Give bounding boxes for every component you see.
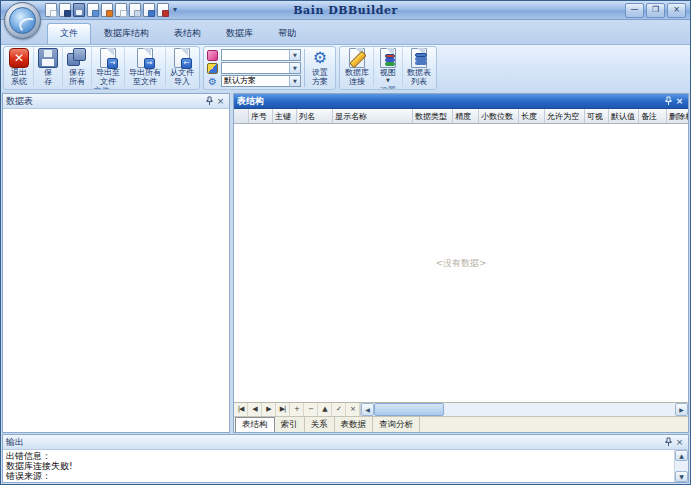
group-caption-settings: 设置 <box>340 86 436 90</box>
navigator-button[interactable]: + <box>290 403 304 416</box>
panel-title: 数据表 <box>6 95 204 108</box>
qat-save-as-icon[interactable] <box>59 3 71 17</box>
qat-edit-doc-icon[interactable] <box>143 3 155 17</box>
ribbon-tab[interactable]: 数据库结构 <box>92 24 161 44</box>
scroll-up-icon[interactable]: ▲ <box>675 450 688 461</box>
output-panel: 输出 × 出错信息：数据库连接失败!错误来源： ▲ ▼ <box>2 434 689 483</box>
close-icon[interactable]: × <box>215 96 226 107</box>
output-panel-header: 输出 × <box>3 435 688 450</box>
maximize-button[interactable]: ❐ <box>646 3 665 18</box>
ribbon-button[interactable]: 保 存 <box>33 47 62 86</box>
ribbon-button[interactable]: 数据表 列表 ▼ <box>402 47 435 86</box>
grid-column-header[interactable]: 主键 <box>273 109 297 123</box>
ribbon-button-icon <box>174 48 190 68</box>
ribbon-tab[interactable]: 文件 <box>47 23 91 44</box>
orb-globe-icon <box>9 7 36 34</box>
mini-paint-icon <box>207 63 218 74</box>
navigator-button[interactable]: × <box>346 403 360 416</box>
ribbon-tab-row: 文件数据库结构表结构数据库帮助 <box>1 20 690 45</box>
ribbon-group-file: 退出 系统 保 存 保存 所有 导出至 文件 <box>3 46 200 90</box>
scroll-down-icon[interactable]: ▼ <box>675 471 688 482</box>
grid-column-header[interactable]: 可视 <box>585 109 609 123</box>
output-messages[interactable]: 出错信息：数据库连接失败!错误来源： <box>3 450 674 482</box>
qat-doc-icon[interactable] <box>129 3 141 17</box>
bottom-tab[interactable]: 表结构 <box>235 417 275 432</box>
grid-column-header[interactable]: 小数位数 <box>479 109 519 123</box>
chevron-down-icon[interactable]: ▼ <box>289 63 300 73</box>
pin-icon[interactable] <box>204 96 215 107</box>
bottom-tab[interactable]: 表数据 <box>335 417 374 432</box>
qat-save-icon[interactable] <box>73 3 85 17</box>
scheme-combobox[interactable]: ▼ <box>221 49 301 61</box>
grid-column-header[interactable]: 默认值 <box>609 109 639 123</box>
vertical-scrollbar[interactable]: ▲ ▼ <box>674 450 688 482</box>
gear-icon <box>310 48 330 68</box>
qat-new-doc-icon[interactable] <box>45 3 57 17</box>
navigator-button[interactable]: ◀ <box>248 403 262 416</box>
qat-open-doc-icon[interactable] <box>87 3 99 17</box>
qat-icon-badge <box>134 10 141 17</box>
navigator-button[interactable]: ▶ <box>262 403 276 416</box>
ribbon-tab[interactable]: 帮助 <box>266 24 308 44</box>
bottom-tab[interactable]: 关系 <box>305 417 335 432</box>
qat-doc-script-icon[interactable] <box>101 3 113 17</box>
ribbon-tab[interactable]: 数据库 <box>214 24 265 44</box>
chevron-down-icon[interactable]: ▼ <box>289 76 300 86</box>
scheme-combobox[interactable]: ▼ <box>221 62 301 74</box>
close-button[interactable]: × <box>667 3 686 18</box>
ribbon-button[interactable]: 从文件 导入 <box>165 47 198 86</box>
qat-icon-badge <box>148 10 155 17</box>
bottom-tab[interactable]: 索引 <box>275 417 305 432</box>
grid-column-header[interactable]: 允许为空 <box>545 109 585 123</box>
minimize-button[interactable]: — <box>625 3 644 18</box>
application-orb-button[interactable] <box>4 2 41 39</box>
grid-column-header[interactable]: 精度 <box>453 109 479 123</box>
grid-column-header[interactable]: 长度 <box>519 109 545 123</box>
close-icon[interactable]: × <box>674 437 685 448</box>
grid-column-header[interactable]: 序号 <box>249 109 273 123</box>
ribbon: 退出 系统 保 存 保存 所有 导出至 文件 <box>1 45 690 91</box>
scheme-combo-stack: ▼ ▼ <box>205 47 303 89</box>
qat-doc-red-icon[interactable] <box>157 3 169 17</box>
ribbon-button[interactable]: 退出 系统 <box>5 47 33 86</box>
data-tables-list[interactable] <box>3 109 229 432</box>
navigator-button[interactable]: ▲ <box>318 403 332 416</box>
ribbon-button[interactable]: 视图 ▼ <box>373 47 402 86</box>
grid-body[interactable]: <没有数据> <box>234 124 688 402</box>
navigator-button[interactable]: − <box>304 403 318 416</box>
qat-overflow-icon[interactable]: ▾ <box>173 6 177 14</box>
ribbon-button-icon <box>38 48 58 68</box>
close-icon[interactable]: × <box>674 96 685 107</box>
title-bar: ▾ Bain DBBuilder — ❐ × <box>1 1 690 20</box>
set-scheme-button[interactable]: 设置 方案 <box>306 47 334 89</box>
ribbon-button[interactable]: 导出所有 至文件 <box>124 47 165 86</box>
scroll-left-icon[interactable]: ◀ <box>361 403 374 416</box>
pin-icon[interactable] <box>663 96 674 107</box>
scroll-right-icon[interactable]: ▶ <box>675 403 688 416</box>
qat-icon-badge <box>92 10 99 17</box>
grid-column-header[interactable]: 显示名称 <box>333 109 413 123</box>
scheme-row: ▼ <box>207 62 301 74</box>
ribbon-button[interactable]: 数据库 连接 ▼ <box>341 47 373 86</box>
app-window: ▾ Bain DBBuilder — ❐ × 文件数据库结构表结构数据库帮助 退… <box>0 0 691 485</box>
pin-icon[interactable] <box>663 437 674 448</box>
chevron-down-icon[interactable]: ▼ <box>289 50 300 60</box>
grid-column-header[interactable]: 删除标识 <box>667 109 688 123</box>
ribbon-button[interactable]: 保存 所有 <box>62 47 91 86</box>
ribbon-button[interactable]: 导出至 文件 <box>91 47 124 86</box>
qat-blank-doc-icon[interactable] <box>115 3 127 17</box>
bottom-tab[interactable]: 查询分析 <box>373 417 420 432</box>
grid-column-header[interactable]: 列名 <box>297 109 333 123</box>
navigator-button[interactable]: ✓ <box>332 403 346 416</box>
scheme-row: 默认方案 ▼ <box>207 75 301 87</box>
grid-column-header[interactable]: 备注 <box>639 109 667 123</box>
qat-icon-badge <box>106 10 113 17</box>
navigator-button[interactable]: |◀ <box>234 403 248 416</box>
quick-access-toolbar <box>45 3 169 17</box>
scheme-combobox[interactable]: 默认方案 ▼ <box>221 75 301 87</box>
ribbon-tab[interactable]: 表结构 <box>162 24 213 44</box>
navigator-button[interactable]: ▶| <box>276 403 290 416</box>
horizontal-scrollbar[interactable]: ◀ ▶ <box>360 403 688 416</box>
grid-column-header[interactable]: 数据类型 <box>413 109 453 123</box>
scrollbar-thumb[interactable] <box>374 403 444 416</box>
